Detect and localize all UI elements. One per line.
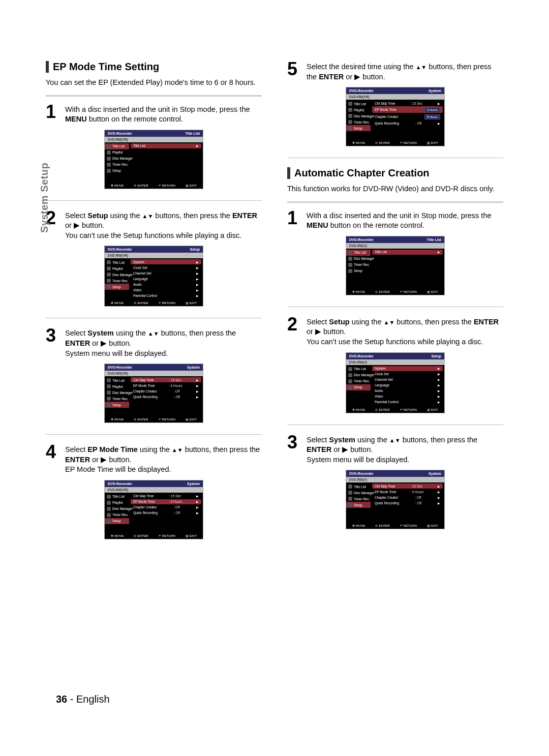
r-step-2: 2 Select Setup using the ▲▼ buttons, the… xyxy=(287,316,503,347)
step-3: 3 Select System using the ▲▼ buttons, th… xyxy=(46,327,262,358)
heading-ep-mode: EP Mode Time Setting xyxy=(46,61,262,73)
step-1: 1 With a disc inserted and the unit in S… xyxy=(46,104,262,125)
r-step-1: 1 With a disc inserted and the unit in S… xyxy=(287,210,503,231)
heading-auto-chapter: Automatic Chapter Creation xyxy=(287,167,503,179)
divider xyxy=(287,425,503,425)
osd-titlelist: DVD-RecorderTitle List DVD-RW(VR) Title … xyxy=(104,130,203,189)
osd-epmode: DVD-RecorderSystem DVD-RW(VR) Title List… xyxy=(104,480,203,539)
osd-titlelist-v: DVD-RecorderTitle List DVD-RW(V) Title L… xyxy=(346,236,445,295)
osd-ep-dropdown: DVD-RecorderSystem DVD-RW(VR) Title List… xyxy=(346,87,445,146)
osd-setup: DVD-RecorderSetup DVD-RW(VR) Title List … xyxy=(104,246,203,307)
divider xyxy=(46,318,262,318)
left-column: EP Mode Time Setting You can set the EP … xyxy=(46,61,262,541)
divider xyxy=(287,307,503,307)
osd-setup-v: DVD-RecorderSetup DVD-RW(V) Title List D… xyxy=(346,352,445,413)
divider xyxy=(46,200,262,201)
intro-ep: You can set the EP (Extended Play) mode'… xyxy=(46,78,262,88)
osd-system: DVD-RecorderSystem DVD-RW(VR) Title List… xyxy=(104,364,203,423)
divider xyxy=(287,158,503,158)
side-tab-label: System Setup xyxy=(39,163,50,233)
intro-auto: This function works for DVD-RW (Video) a… xyxy=(287,184,503,194)
step-2: 2 Select Setup using the ▲▼ buttons, the… xyxy=(46,210,262,241)
step-text: Select Setup using the ▲▼ buttons, then … xyxy=(65,210,262,241)
divider xyxy=(46,434,262,435)
osd-system-v: DVD-RecorderSystem DVD-RW(V) Title List … xyxy=(346,470,445,529)
right-column: 5 Select the desired time using the ▲▼ b… xyxy=(287,61,503,541)
page-footer: 36 - English xyxy=(56,693,110,705)
step-5: 5 Select the desired time using the ▲▼ b… xyxy=(287,61,503,82)
separator xyxy=(287,201,503,203)
step-text: With a disc inserted and the unit in Sto… xyxy=(65,104,262,125)
step-4: 4 Select EP Mode Time using the ▲▼ butto… xyxy=(46,444,262,475)
r-step-3: 3 Select System using the ▲▼ buttons, th… xyxy=(287,434,503,465)
separator xyxy=(46,95,262,97)
step-number: 1 xyxy=(46,104,60,125)
